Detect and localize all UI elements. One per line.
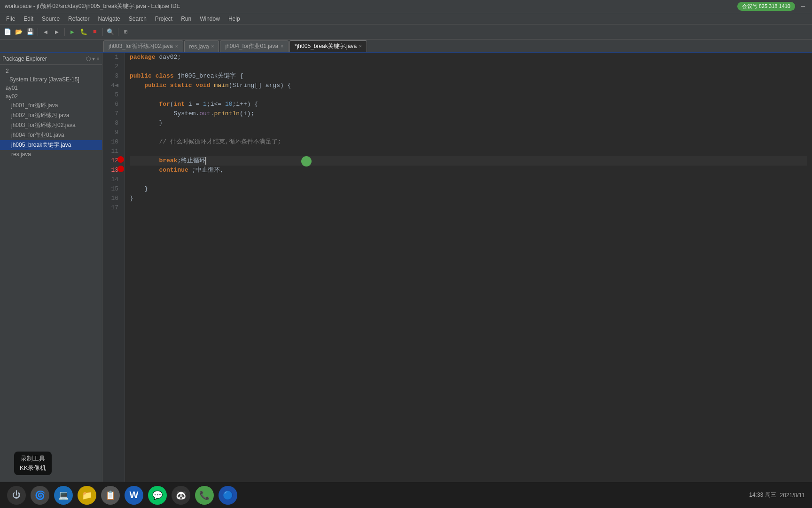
code-editor-area[interactable]: 1 2 3 4◀ 5 6 7 8 9 10 11 12 13 14 15 16 …	[102, 53, 812, 497]
toolbar-search[interactable]: 🔍	[105, 27, 116, 37]
sidebar-item-jh001[interactable]: jh001_for循环.java	[0, 101, 102, 111]
window-title: workspace - jh预科02/src/day02/jh005_break…	[5, 2, 180, 10]
text-cursor	[205, 157, 206, 165]
tab-jh004[interactable]: jh004_for作业01.java ×	[220, 40, 289, 52]
error-marker-12	[117, 156, 124, 163]
code-line-15: }	[130, 184, 807, 194]
sidebar-item-res[interactable]: res.java	[0, 150, 102, 159]
tab-close[interactable]: ×	[211, 44, 214, 49]
tab-jh005[interactable]: *jh005_break关键字.java ×	[289, 40, 367, 52]
recording-line2: KK录像机	[20, 464, 46, 472]
sidebar-item-jh005[interactable]: jh005_break关键字.java	[0, 140, 102, 150]
menu-refactor[interactable]: Refactor	[64, 15, 93, 23]
sidebar-close-icon[interactable]: ×	[96, 56, 100, 62]
tab-label: res.java	[189, 43, 209, 50]
toolbar-open[interactable]: 📂	[14, 27, 24, 37]
taskbar-date: 2021/8/11	[780, 492, 805, 499]
line-num-16: 16	[102, 194, 122, 203]
code-line-17	[130, 203, 807, 213]
line-num-9: 9	[102, 128, 122, 137]
taskbar-left: ⏻ 🌀 💻 📁 📋 W 💬 🐼 📞 🔵	[7, 486, 237, 505]
sidebar-item-ay01[interactable]: ay01	[0, 84, 102, 92]
sidebar: Package Explorer ⬡ ▾ × 2 System Library …	[0, 53, 102, 497]
sidebar-item-2[interactable]: 2	[0, 67, 102, 75]
taskbar-apps-icon[interactable]: 🌀	[31, 486, 49, 505]
code-line-16: }	[130, 194, 807, 203]
sidebar-menu-icon[interactable]: ▾	[92, 56, 95, 62]
taskbar-panda-icon[interactable]: 🐼	[172, 486, 190, 505]
toolbar-perspective[interactable]: ⊞	[121, 27, 131, 37]
code-line-4: public static void main(String[] args) {	[130, 81, 807, 90]
code-content[interactable]: package day02; public class jh005_break关…	[125, 53, 812, 497]
sidebar-content: 2 System Library [JavaSE-15] ay01 ay02 j…	[0, 65, 102, 160]
taskbar-files-icon[interactable]: 📁	[78, 486, 96, 505]
code-line-13: continue ;中止循环,	[130, 166, 807, 175]
line-num-17: 17	[102, 203, 122, 213]
toolbar-separator-2	[64, 28, 65, 36]
title-controls: 会议号 825 318 1410 ─	[737, 2, 807, 11]
toolbar: 📄 📂 💾 ◀ ▶ ▶ 🐛 ■ 🔍 ⊞	[0, 24, 812, 40]
toolbar-stop[interactable]: ■	[90, 27, 100, 37]
sidebar-header: Package Explorer ⬡ ▾ ×	[0, 53, 102, 65]
menu-navigate[interactable]: Navigate	[94, 15, 124, 23]
line-num-2: 2	[102, 62, 122, 71]
sidebar-collapse-icon[interactable]: ⬡	[86, 56, 91, 62]
sidebar-item-jh002[interactable]: jh002_for循环练习.java	[0, 111, 102, 120]
tab-jh003[interactable]: jh003_for循环练习02.java ×	[103, 40, 183, 52]
toolbar-separator-3	[102, 28, 103, 36]
taskbar-word-icon[interactable]: W	[125, 486, 143, 505]
menu-project[interactable]: Project	[151, 15, 176, 23]
taskbar-time: 14:33 周三	[749, 491, 776, 499]
toolbar-debug[interactable]: 🐛	[78, 27, 89, 37]
code-line-10: // 什么时候循环才结束,循环条件不满足了;	[130, 137, 807, 147]
menu-window[interactable]: Window	[196, 15, 224, 23]
taskbar-eclipse-icon[interactable]: 💻	[54, 486, 73, 505]
line-numbers: 1 2 3 4◀ 5 6 7 8 9 10 11 12 13 14 15 16 …	[102, 53, 125, 497]
taskbar-phone-icon[interactable]: 📞	[195, 486, 214, 505]
toolbar-run[interactable]: ▶	[67, 27, 78, 37]
title-bar: workspace - jh预科02/src/day02/jh005_break…	[0, 0, 812, 13]
code-line-1: package day02;	[130, 53, 807, 62]
menu-run[interactable]: Run	[177, 15, 195, 23]
taskbar-clipboard-icon[interactable]: 📋	[101, 486, 120, 505]
cursor-indicator	[301, 156, 312, 167]
toolbar-forward[interactable]: ▶	[52, 27, 62, 37]
menu-file[interactable]: File	[2, 15, 19, 23]
toolbar-back[interactable]: ◀	[40, 27, 51, 37]
taskbar: ⏻ 🌀 💻 📁 📋 W 💬 🐼 📞 🔵 14:33 周三 2021/8/11	[0, 482, 812, 508]
line-num-10: 10	[102, 137, 122, 147]
line-num-15: 15	[102, 184, 122, 194]
toolbar-new[interactable]: 📄	[2, 27, 13, 37]
sidebar-item-ay02[interactable]: ay02	[0, 92, 102, 101]
minimize-button[interactable]: ─	[799, 2, 807, 11]
menu-edit[interactable]: Edit	[20, 15, 37, 23]
code-line-6: for(int i = 1;i<= 10;i++) {	[130, 100, 807, 109]
code-line-7: System.out.println(i);	[130, 109, 807, 119]
sidebar-title: Package Explorer	[2, 56, 47, 62]
taskbar-power-icon[interactable]: ⏻	[7, 486, 26, 505]
tab-close[interactable]: ×	[175, 44, 178, 49]
code-line-5	[130, 90, 807, 100]
code-line-3: public class jh005_break关键字 {	[130, 71, 807, 81]
toolbar-save[interactable]: 💾	[25, 27, 35, 37]
line-num-11: 11	[102, 147, 122, 156]
menu-bar: File Edit Source Refactor Navigate Searc…	[0, 13, 812, 24]
menu-help[interactable]: Help	[225, 15, 244, 23]
toolbar-separator-1	[38, 28, 38, 36]
taskbar-wechat-icon[interactable]: 💬	[148, 486, 167, 505]
tab-label: *jh005_break关键字.java	[295, 42, 357, 50]
code-line-8: }	[130, 119, 807, 128]
tab-res[interactable]: res.java ×	[184, 40, 219, 52]
sidebar-icons: ⬡ ▾ ×	[86, 56, 100, 62]
line-num-4: 4◀	[102, 81, 122, 90]
line-num-7: 7	[102, 109, 122, 119]
taskbar-blue-icon[interactable]: 🔵	[219, 486, 237, 505]
menu-search[interactable]: Search	[125, 15, 150, 23]
sidebar-item-syslibrary[interactable]: System Library [JavaSE-15]	[0, 75, 102, 84]
sidebar-item-jh004[interactable]: jh004_for作业01.java	[0, 130, 102, 140]
taskbar-right: 14:33 周三 2021/8/11	[749, 491, 805, 499]
menu-source[interactable]: Source	[38, 15, 63, 23]
tab-close[interactable]: ×	[281, 44, 283, 49]
tab-close[interactable]: ×	[359, 44, 362, 49]
sidebar-item-jh003[interactable]: jh003_for循环练习02.java	[0, 120, 102, 130]
